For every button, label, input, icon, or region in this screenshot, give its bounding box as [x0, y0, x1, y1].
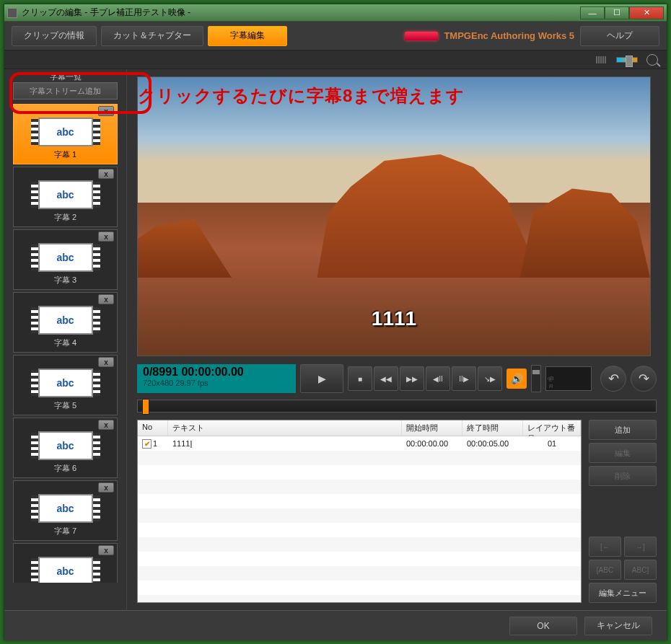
remove-stream-button[interactable]: x [98, 357, 114, 367]
stream-label: 字幕 7 [14, 524, 117, 540]
counter-position: 0/8991 00:00:00.00 [143, 366, 290, 379]
stream-thumbnail-icon: abc [38, 494, 93, 523]
step-back-button[interactable]: ◀II [426, 366, 450, 391]
stream-thumbnail-icon: abc [38, 306, 93, 335]
app-window: クリップの編集 - 手ブレ補正用テスト映像 - — ☐ ✕ クリップの情報 カッ… [4, 4, 667, 640]
dialog-footer: OK キャンセル [4, 610, 667, 640]
tab-clip-info[interactable]: クリップの情報 [12, 26, 97, 46]
remove-stream-button[interactable]: x [98, 106, 114, 116]
cell-end: 00:00:05.00 [462, 439, 523, 448]
remove-stream-button[interactable]: x [98, 231, 114, 242]
ok-button[interactable]: OK [509, 617, 577, 635]
zoom-slider[interactable] [616, 57, 638, 63]
timeline[interactable] [137, 400, 657, 413]
mark-out-button[interactable]: →] [624, 537, 657, 557]
timeline-playhead[interactable] [142, 399, 149, 415]
stream-thumbnail-icon: abc [38, 369, 93, 397]
undo-button[interactable]: ↶ [600, 366, 626, 392]
brand-led-icon [405, 32, 438, 40]
play-button[interactable]: ▶ [300, 364, 343, 393]
remove-stream-button[interactable]: x [98, 420, 114, 430]
abc-in-button[interactable]: [ABC [589, 560, 621, 580]
jump-button[interactable]: ↘▶ [478, 366, 502, 391]
delete-subtitle-button[interactable]: 削除 [589, 466, 657, 486]
sidebar-header: 字幕一覧 [13, 69, 118, 82]
maximize-button[interactable]: ☐ [605, 6, 629, 19]
col-layout[interactable]: レイアウト番号 [523, 420, 581, 436]
stream-label: 字幕 4 [14, 336, 117, 352]
frame-counter: 0/8991 00:00:00.00 720x480 29.97 fps [137, 364, 296, 393]
subtitle-stream-item[interactable]: xabc字幕 6 [13, 418, 118, 478]
abc-out-button[interactable]: ABC] [624, 560, 657, 580]
speaker-icon[interactable]: 🔊 [506, 369, 527, 389]
close-button[interactable]: ✕ [629, 6, 664, 19]
forward-button[interactable]: ▶▶ [400, 366, 424, 391]
step-forward-button[interactable]: II▶ [452, 366, 476, 391]
window-controls: — ☐ ✕ [580, 6, 664, 19]
subtitle-stream-list: xabc字幕 1xabc字幕 2xabc字幕 3xabc字幕 4xabc字幕 5… [13, 104, 118, 583]
subtitle-stream-item[interactable]: xabc字幕 1 [13, 104, 118, 164]
subtitle-stream-item[interactable]: xabc字幕 5 [13, 355, 118, 415]
rewind-button[interactable]: ◀◀ [374, 366, 398, 391]
subtitle-stream-item[interactable]: xabc字幕 7 [13, 480, 118, 541]
annotation-text: クリックするたびに字幕8まで増えます [138, 84, 465, 107]
stream-label: 字幕 5 [14, 399, 117, 415]
transport-bar: 0/8991 00:00:00.00 720x480 29.97 fps ▶ ■… [137, 363, 657, 394]
lower-pane: No テキスト 開始時間 終了時間 レイアウト番号 ✔1111100:00:00… [137, 420, 657, 603]
volume-slider[interactable] [531, 365, 541, 392]
subtitle-sidebar: 字幕一覧 字幕ストリーム追加 xabc字幕 1xabc字幕 2xabc字幕 3x… [4, 69, 127, 610]
remove-stream-button[interactable]: x [98, 545, 114, 555]
window-title: クリップの編集 - 手ブレ補正用テスト映像 - [22, 6, 580, 19]
stream-label: 字幕 1 [14, 148, 117, 164]
stream-thumbnail-icon: abc [38, 557, 93, 583]
counter-format: 720x480 29.97 fps [143, 379, 290, 387]
stream-label: 字幕 6 [14, 462, 117, 477]
col-text[interactable]: テキスト [168, 420, 402, 436]
table-body[interactable]: ✔1111100:00:00.0000:00:05.0001 [138, 436, 581, 602]
stop-button[interactable]: ■ [348, 366, 372, 391]
utility-bar [4, 50, 667, 69]
row-checkbox[interactable]: ✔ [142, 439, 152, 449]
stream-thumbnail-icon: abc [38, 118, 93, 146]
cancel-button[interactable]: キャンセル [584, 617, 652, 635]
table-header: No テキスト 開始時間 終了時間 レイアウト番号 [138, 420, 581, 436]
stream-label: 字幕 2 [14, 211, 117, 226]
table-row[interactable]: ✔1111100:00:00.0000:00:05.0001 [138, 436, 581, 451]
minimize-button[interactable]: — [580, 6, 605, 19]
mark-in-button[interactable]: [← [589, 537, 621, 557]
preview-subtitle-overlay: 1111 [372, 307, 416, 330]
toolbar: クリップの情報 カット＆チャプター 字幕編集 TMPGEnc Authoring… [4, 22, 667, 50]
cell-start: 00:00:00.00 [402, 439, 462, 448]
cell-text[interactable]: 1111 [168, 439, 402, 448]
subtitle-stream-item[interactable]: xabc字幕 8 [13, 543, 118, 583]
stream-label: 字幕 3 [14, 273, 117, 289]
remove-stream-button[interactable]: x [98, 294, 114, 304]
subtitle-stream-item[interactable]: xabc字幕 4 [13, 292, 118, 353]
add-subtitle-button[interactable]: 追加 [589, 420, 657, 440]
col-no[interactable]: No [138, 420, 168, 436]
meter-icon [596, 56, 606, 63]
subtitle-stream-item[interactable]: xabc字幕 3 [13, 229, 118, 290]
audio-level-meter: dB [545, 366, 592, 391]
add-subtitle-stream-button[interactable]: 字幕ストリーム追加 [13, 82, 118, 100]
edit-subtitle-button[interactable]: 編集 [589, 443, 657, 463]
edit-panel: 追加 編集 削除 [← →] [ABC ABC] 編集メニュー [589, 420, 657, 603]
tab-cut-chapter[interactable]: カット＆チャプター [101, 26, 203, 46]
titlebar[interactable]: クリップの編集 - 手ブレ補正用テスト映像 - — ☐ ✕ [4, 4, 667, 22]
brand-area: TMPGEnc Authoring Works 5 ヘルプ [405, 26, 659, 46]
transport-controls: ■ ◀◀ ▶▶ ◀II II▶ ↘▶ [348, 366, 502, 391]
cell-no: ✔1 [138, 439, 168, 449]
video-preview[interactable]: 1111 [137, 76, 651, 356]
main-area: 字幕一覧 字幕ストリーム追加 xabc字幕 1xabc字幕 2xabc字幕 3x… [4, 69, 667, 610]
col-start[interactable]: 開始時間 [402, 420, 462, 436]
remove-stream-button[interactable]: x [98, 482, 114, 493]
help-button[interactable]: ヘルプ [580, 26, 659, 46]
col-end[interactable]: 終了時間 [462, 420, 523, 436]
redo-button[interactable]: ↷ [631, 366, 657, 392]
subtitle-stream-item[interactable]: xabc字幕 2 [13, 167, 118, 227]
tab-subtitle-edit[interactable]: 字幕編集 [208, 26, 287, 46]
search-icon[interactable] [646, 54, 658, 66]
edit-menu-button[interactable]: 編集メニュー [589, 583, 657, 603]
stream-thumbnail-icon: abc [38, 180, 93, 209]
remove-stream-button[interactable]: x [98, 169, 114, 179]
